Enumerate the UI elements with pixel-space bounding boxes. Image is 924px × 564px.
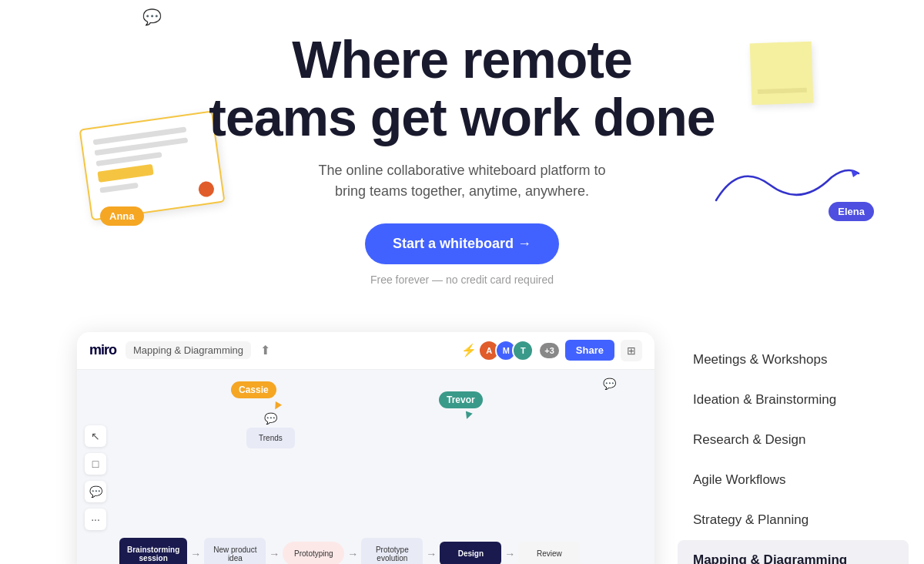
sticky-tool[interactable]: □ bbox=[85, 453, 106, 475]
flow-node-design: Design bbox=[440, 542, 501, 564]
sidebar-item-strategy[interactable]: Strategy & Planning bbox=[678, 500, 909, 540]
miro-logo: miro bbox=[89, 342, 116, 358]
review-chat-icon: 💬 bbox=[603, 378, 616, 390]
upload-icon[interactable]: ⬆ bbox=[260, 343, 270, 358]
squiggle-decoration bbox=[708, 154, 862, 216]
cursor-tool[interactable]: ↖ bbox=[85, 425, 106, 447]
cassie-cursor-label: Cassie bbox=[231, 381, 276, 398]
flow-node-new-product: New productidea bbox=[204, 538, 266, 564]
sidebar-item-agile[interactable]: Agile Workflows bbox=[678, 460, 909, 500]
board-toolbar: miro Mapping & Diagramming ⬆ ⚡ A M T +3 … bbox=[77, 332, 654, 370]
flow-arrow-4: → bbox=[423, 548, 440, 560]
sidebar-item-meetings[interactable]: Meetings & Workshops bbox=[678, 340, 909, 380]
comment-tool[interactable]: 💬 bbox=[85, 481, 106, 502]
flow-node-proto-evo: Prototypeevolution bbox=[361, 538, 423, 564]
bottom-section: miro Mapping & Diagramming ⬆ ⚡ A M T +3 … bbox=[0, 332, 924, 564]
toolbar-right: ⚡ A M T +3 Share ⊞ bbox=[461, 340, 642, 361]
avatar-count: +3 bbox=[540, 343, 559, 358]
more-tool[interactable]: ··· bbox=[85, 509, 106, 530]
trevor-arrow: ▼ bbox=[460, 406, 476, 423]
hero-headline: Where remote teams get work done bbox=[15, 31, 909, 146]
trends-node: Trends bbox=[246, 428, 295, 448]
trends-chat-icon: 💬 bbox=[264, 412, 277, 425]
flow-node-brainstorm: Brainstormingsession bbox=[119, 538, 187, 564]
share-button[interactable]: Share bbox=[565, 340, 614, 361]
avatar-stack: A M T bbox=[483, 340, 534, 361]
flow-arrow-5: → bbox=[501, 548, 518, 560]
hero-section: Where remote teams get work done The onl… bbox=[0, 0, 924, 301]
flow-arrow-1: → bbox=[187, 548, 204, 560]
flow-node-review: Review bbox=[518, 542, 580, 564]
sidebar-navigation: Meetings & Workshops Ideation & Brainsto… bbox=[678, 332, 909, 564]
free-label: Free forever — no credit card required bbox=[15, 274, 909, 286]
sidebar-item-mapping[interactable]: Mapping & Diagramming bbox=[678, 540, 909, 564]
sidebar-item-ideation[interactable]: Ideation & Brainstorming bbox=[678, 380, 909, 420]
board-tools: ↖ □ 💬 ··· bbox=[85, 425, 106, 530]
sidebar-item-research[interactable]: Research & Design bbox=[678, 420, 909, 460]
flow-node-prototyping: Prototyping bbox=[283, 542, 344, 564]
grid-icon[interactable]: ⊞ bbox=[621, 340, 642, 361]
trevor-cursor-label: Trevor bbox=[439, 391, 483, 408]
flow-arrow-3: → bbox=[344, 548, 361, 560]
hero-subtext: The online collaborative whiteboard plat… bbox=[316, 160, 608, 202]
flow-arrow-2: → bbox=[266, 548, 283, 560]
board-name-tag: Mapping & Diagramming bbox=[126, 341, 251, 359]
filter-icon[interactable]: ⚡ bbox=[461, 343, 477, 358]
trends-group: 💬 Trends bbox=[246, 412, 295, 448]
avatar-3: T bbox=[512, 340, 534, 361]
board-preview: miro Mapping & Diagramming ⬆ ⚡ A M T +3 … bbox=[77, 332, 654, 564]
flow-diagram: Brainstormingsession → New productidea →… bbox=[119, 538, 639, 564]
start-whiteboard-button[interactable]: Start a whiteboard → bbox=[365, 223, 559, 264]
board-canvas: ↖ □ 💬 ··· Cassie ▼ Trevor ▼ 💬 Trends 💬 B… bbox=[77, 370, 654, 564]
